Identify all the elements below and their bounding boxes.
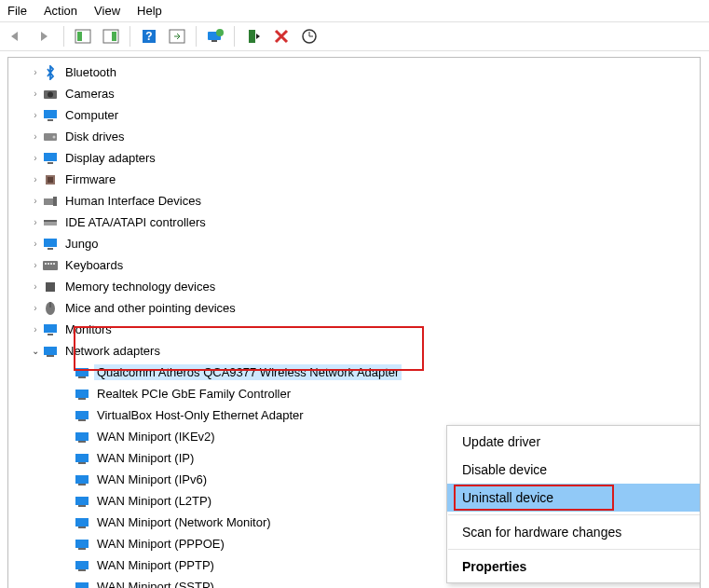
tree-label: WAN Miniport (IKEv2) [94, 429, 218, 444]
svg-rect-39 [47, 355, 54, 357]
tree-node-qualcomm-atheros[interactable]: Qualcomm Atheros QCA9377 Wireless Networ… [8, 362, 700, 383]
expand-icon[interactable]: › [29, 324, 42, 335]
svg-rect-14 [44, 110, 57, 118]
svg-rect-28 [43, 261, 58, 270]
tree-label: Display adapters [62, 150, 158, 166]
expand-icon[interactable]: › [29, 131, 42, 142]
toolbar-separator [63, 26, 64, 47]
collapse-icon[interactable]: ⌄ [29, 346, 42, 356]
expand-icon[interactable]: › [29, 110, 42, 120]
svg-rect-56 [75, 540, 89, 548]
svg-rect-42 [75, 390, 89, 398]
context-disable-device[interactable]: Disable device [447, 456, 701, 484]
network-adapter-icon [74, 408, 90, 423]
monitor-icon [42, 322, 59, 337]
network-adapter-icon [74, 494, 90, 509]
expand-icon[interactable]: › [29, 153, 42, 163]
tree-label: Qualcomm Atheros QCA9377 Wireless Networ… [94, 364, 402, 380]
svg-rect-54 [75, 518, 89, 526]
svg-rect-19 [48, 162, 53, 164]
menu-action[interactable]: Action [44, 4, 77, 18]
expand-icon[interactable]: › [29, 217, 42, 227]
tree-label: WAN Miniport (SSTP) [94, 579, 217, 588]
expand-icon[interactable]: › [29, 174, 42, 185]
camera-icon [42, 87, 59, 102]
svg-rect-52 [75, 497, 89, 505]
keyboard-icon [42, 258, 59, 273]
firmware-icon [42, 172, 59, 187]
menu-view[interactable]: View [94, 4, 120, 18]
tree-node-monitors[interactable]: › Monitors [8, 319, 700, 340]
svg-rect-8 [211, 40, 217, 42]
menu-help[interactable]: Help [137, 4, 162, 18]
jungo-icon [42, 237, 59, 252]
context-menu: Update driver Disable device Uninstall d… [446, 425, 701, 583]
context-update-driver[interactable]: Update driver [447, 428, 701, 456]
context-properties[interactable]: Properties [447, 553, 701, 581]
tree-label: Realtek PCIe GbE Family Controller [94, 386, 293, 402]
tree-node-ide[interactable]: › IDE ATA/ATAPI controllers [8, 212, 700, 233]
network-adapter-icon [74, 515, 90, 530]
tree-label: Human Interface Devices [62, 193, 204, 209]
tree-label: Network adapters [62, 343, 163, 359]
tree-label: Monitors [62, 321, 115, 337]
ide-icon [42, 215, 59, 230]
tree-label: Computer [62, 107, 121, 123]
context-uninstall-device[interactable]: Uninstall device [447, 484, 701, 512]
tree-label: Firmware [62, 171, 118, 187]
svg-point-13 [48, 91, 53, 97]
svg-rect-41 [78, 376, 86, 378]
tree-node-firmware[interactable]: › Firmware [8, 169, 700, 190]
back-button[interactable] [6, 26, 28, 47]
network-adapter-icon [74, 451, 90, 466]
properties-button[interactable] [100, 26, 122, 47]
device-tree[interactable]: › Bluetooth › Cameras › Computer › Disk … [7, 57, 701, 588]
tree-node-network-adapters[interactable]: ⌄ Network adapters [8, 340, 700, 362]
svg-rect-51 [78, 484, 86, 485]
tree-label: Mice and other pointing devices [62, 300, 239, 316]
tree-node-cameras[interactable]: › Cameras [8, 83, 700, 104]
expand-icon[interactable]: › [29, 196, 42, 206]
svg-rect-60 [75, 582, 89, 589]
expand-icon[interactable]: › [29, 239, 42, 249]
tree-node-jungo[interactable]: › Jungo [8, 233, 700, 254]
svg-rect-3 [112, 32, 116, 41]
svg-rect-15 [48, 119, 53, 121]
tree-node-disk-drives[interactable]: › Disk drives [8, 126, 700, 147]
tree-label: WAN Miniport (Network Monitor) [94, 514, 274, 530]
expand-icon[interactable]: › [29, 303, 42, 313]
expand-icon[interactable]: › [29, 89, 42, 99]
svg-rect-22 [44, 198, 53, 205]
network-adapter-icon [74, 537, 90, 552]
expand-icon[interactable]: › [29, 67, 42, 77]
menu-file[interactable]: File [7, 4, 27, 18]
network-adapter-icon [74, 365, 90, 380]
expand-icon[interactable]: › [29, 260, 42, 270]
svg-rect-36 [44, 324, 57, 333]
tree-node-hid[interactable]: › Human Interface Devices [8, 190, 700, 212]
svg-rect-37 [48, 334, 53, 335]
scan-hardware-button[interactable] [298, 26, 320, 47]
tree-label: WAN Miniport (PPTP) [94, 557, 217, 573]
tree-node-bluetooth[interactable]: › Bluetooth [8, 62, 700, 83]
show-hide-tree-button[interactable] [72, 26, 94, 47]
uninstall-device-button[interactable] [270, 26, 293, 47]
tree-node-keyboards[interactable]: › Keyboards [8, 254, 700, 276]
tree-node-memory-tech[interactable]: › Memory technology devices [8, 276, 700, 297]
expand-icon[interactable]: › [29, 281, 42, 292]
action-button[interactable] [166, 26, 188, 47]
tree-node-display-adapters[interactable]: › Display adapters [8, 147, 700, 169]
tree-node-virtualbox-adapter[interactable]: VirtualBox Host-Only Ethernet Adapter [8, 404, 700, 426]
update-driver-button[interactable] [204, 26, 226, 47]
svg-rect-21 [48, 177, 53, 183]
tree-node-mice[interactable]: › Mice and other pointing devices [8, 297, 700, 319]
help-button[interactable]: ? [138, 26, 160, 47]
svg-point-9 [216, 29, 224, 36]
tree-node-realtek[interactable]: Realtek PCIe GbE Family Controller [8, 383, 700, 404]
enable-device-button[interactable] [242, 26, 265, 47]
display-icon [42, 151, 59, 166]
svg-text:?: ? [145, 30, 152, 43]
tree-node-computer[interactable]: › Computer [8, 104, 700, 126]
context-scan-hardware[interactable]: Scan for hardware changes [447, 518, 701, 546]
forward-button[interactable] [34, 26, 56, 47]
